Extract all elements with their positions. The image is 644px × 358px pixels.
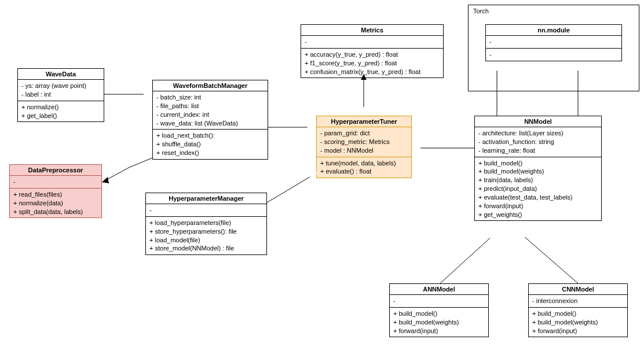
class-ops: + normalize() + get_label() — [18, 101, 104, 122]
class-ops: + build_model() + build_model(weights) +… — [390, 308, 488, 337]
class-title: WaveformBatchManager — [153, 80, 268, 91]
class-title: HyperparameterManager — [146, 193, 266, 204]
class-hyperparametermanager: HyperparameterManager - + load_hyperpara… — [145, 193, 267, 255]
class-metrics: Metrics - + accuracy(y_true, y_pred) : f… — [301, 24, 444, 78]
class-ops: + load_next_batch(): + shuffle_data() + … — [153, 130, 268, 159]
class-ops: + build_model() + build_model(weights) +… — [529, 308, 627, 337]
class-cnnmodel: CNNModel - interconnexion + build_model(… — [528, 283, 628, 337]
package-torch-label: Torch — [469, 5, 639, 17]
class-ops: + accuracy(y_true, y_pred) : float + f1_… — [301, 49, 443, 78]
svg-marker-2 — [102, 177, 109, 183]
class-nnmodel: NNModel - architecture: list(Layer sizes… — [474, 116, 602, 221]
class-title: CNNModel — [529, 284, 627, 295]
svg-line-14 — [440, 236, 492, 283]
svg-marker-9 — [412, 145, 421, 151]
svg-marker-1 — [143, 91, 152, 97]
svg-marker-6 — [361, 106, 367, 116]
class-ops: + load_hyperparameters(file) + store_hyp… — [146, 217, 266, 254]
class-ops: + tune(model, data, labels) + evaluate()… — [317, 157, 411, 178]
class-attrs: - — [301, 36, 443, 49]
class-attrs: - — [486, 36, 621, 49]
class-ops: - — [486, 49, 621, 61]
class-datapreprocessor: DataPreprocessor - + read_files(files) +… — [9, 164, 102, 218]
class-attrs: - — [10, 176, 101, 189]
class-title: Metrics — [301, 25, 443, 36]
svg-marker-15 — [488, 231, 497, 242]
class-nnmodule: nn.module - - — [485, 24, 622, 61]
svg-line-16 — [524, 236, 578, 283]
class-title: DataPreprocessor — [10, 165, 101, 176]
package-label: Torch — [473, 8, 489, 14]
class-attrs: - param_grid: dict - scoring_metric: Met… — [317, 127, 411, 157]
class-wavedata: WaveData - ys: array (wave point) - labe… — [17, 68, 104, 122]
class-attrs: - batch_size: int - file_paths: list - c… — [153, 91, 268, 130]
svg-marker-17 — [518, 231, 528, 241]
class-title: nn.module — [486, 25, 621, 36]
class-waveformbatchmanager: WaveformBatchManager - batch_size: int -… — [152, 80, 268, 160]
class-annmodel: ANNModel - + build_model() + build_model… — [389, 283, 489, 337]
class-attrs: - architecture: list(Layer sizes) - acti… — [475, 127, 601, 157]
class-attrs: - interconnexion — [529, 295, 627, 308]
class-attrs: - — [146, 204, 266, 217]
class-title: NNModel — [475, 116, 601, 127]
class-title: HyperparameterTuner — [317, 116, 411, 127]
class-title: ANNModel — [390, 284, 488, 295]
class-title: WaveData — [18, 69, 104, 80]
class-attrs: - ys: array (wave point) - label : int — [18, 80, 104, 101]
class-ops: + read_files(files) + normalize(data) + … — [10, 189, 101, 218]
class-ops: + build_model() + build_model(weights) +… — [475, 157, 601, 221]
class-attrs: - — [390, 295, 488, 308]
svg-marker-3 — [307, 124, 316, 130]
class-hyperparametertuner: HyperparameterTuner - param_grid: dict -… — [316, 116, 412, 178]
